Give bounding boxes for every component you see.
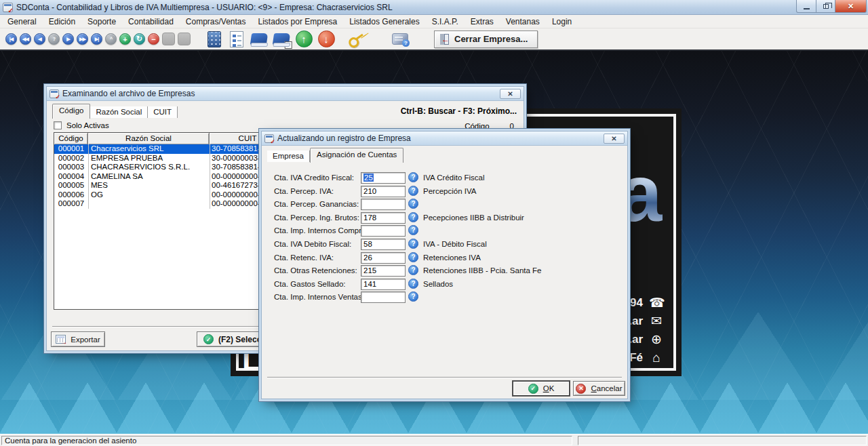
dialog-registro: Actualizando un registro de Empresa ✕ Em…: [261, 131, 628, 399]
dialog-registro-title: Actualizando un registro de Empresa: [277, 134, 411, 143]
help-icon[interactable]: ?: [408, 252, 418, 262]
locate-record-icon[interactable]: ?: [48, 33, 60, 45]
field-row-cta-otras-retenciones: Cta. Otras Retenciones:215?Retenciones I…: [262, 265, 627, 277]
menu-item-edici-n[interactable]: Edición: [43, 16, 81, 28]
help-icon[interactable]: ?: [408, 186, 418, 196]
column-header-raz-n-social[interactable]: Razón Social: [88, 133, 210, 144]
account-input-cta-gastos-sellado[interactable]: 141: [361, 279, 406, 290]
menu-item-listados-por-empresa[interactable]: Listados por Empresa: [252, 16, 344, 28]
close-button[interactable]: ✕: [835, 0, 867, 13]
first-record-icon[interactable]: |◀: [5, 33, 17, 45]
export-icon: [56, 335, 66, 344]
minimize-button[interactable]: [796, 0, 816, 13]
help-icon[interactable]: ?: [408, 291, 418, 302]
account-input-cta-percep-ing-brutos[interactable]: 178: [361, 212, 406, 224]
menu-item-compras-ventas[interactable]: Compras/Ventas: [180, 16, 252, 28]
tab-raz-n-social[interactable]: Razón Social: [90, 106, 148, 118]
solo-activas-checkbox[interactable]: [54, 121, 62, 129]
account-input-cta-iva-credito-fiscal[interactable]: 25: [361, 172, 406, 184]
delete-record-icon[interactable]: −: [148, 33, 159, 45]
dialog-empresas-title: Examinando el archivo de Empresas: [62, 89, 195, 98]
minimize-icon: [804, 7, 810, 9]
dialog-icon: [50, 89, 59, 98]
account-input-cta-imp-internos-compra[interactable]: [361, 225, 406, 237]
dialog-empresas-title-bar[interactable]: Examinando el archivo de Empresas ✕: [47, 87, 524, 101]
field-label: Cta. Percep. Ing. Brutos:: [274, 214, 359, 222]
solo-activas-row: Solo Activas: [54, 121, 109, 129]
menu-item-listados-generales[interactable]: Listados Generales: [343, 16, 425, 28]
restore-button[interactable]: [816, 0, 835, 13]
help-icon[interactable]: ?: [408, 172, 418, 182]
help-icon[interactable]: ?: [408, 212, 418, 222]
help-icon[interactable]: ?: [408, 199, 418, 209]
next-record-icon[interactable]: ▶: [62, 33, 74, 45]
prior-page-icon[interactable]: ◀◀: [20, 33, 31, 45]
upload-icon[interactable]: ↑: [295, 31, 313, 48]
field-row-cta-gastos-sellado: Cta. Gastos Sellado:141?Sellados: [262, 279, 627, 290]
help-icon[interactable]: ?: [408, 225, 418, 235]
app-window: SDConta - Contabilidad y Libros de IVA M…: [0, 0, 868, 446]
menu-item-soporte[interactable]: Soporte: [81, 16, 122, 28]
window-controls: ✕: [797, 0, 867, 13]
toolbar-icons-group: ✓↑↓: [205, 31, 414, 48]
prior-record-icon[interactable]: ◀: [34, 33, 45, 45]
cancel-button[interactable]: ✕ Cancelar: [573, 381, 625, 396]
globe-icon: ⊕: [649, 331, 664, 347]
account-input-cta-otras-retenciones[interactable]: 215: [361, 265, 406, 277]
close-company-button[interactable]: Cerrar Empresa...: [434, 31, 538, 48]
purchases-book-icon[interactable]: [250, 31, 268, 48]
account-description: Sellados: [423, 280, 453, 288]
dialog-registro-title-bar[interactable]: Actualizando un registro de Empresa ✕: [262, 131, 627, 146]
field-label: Cta. Otras Retenciones:: [274, 266, 357, 275]
select-company-label: (F2) Selecci: [218, 335, 264, 344]
account-input-cta-retenc-iva[interactable]: 26: [361, 252, 406, 264]
inactive-button-icon[interactable]: [162, 33, 175, 45]
sales-book-icon[interactable]: ✓: [273, 31, 290, 48]
ok-check-icon: ✓: [528, 384, 538, 394]
account-description: IVA - Débito Fiscal: [423, 240, 487, 248]
help-icon[interactable]: ?: [408, 279, 418, 289]
codigo-indicator: Código 0: [465, 122, 514, 130]
accounts-list-icon[interactable]: [228, 31, 245, 48]
siap-icon[interactable]: [391, 31, 409, 48]
export-button[interactable]: Exportar: [51, 331, 105, 347]
account-input-cta-percep-iva[interactable]: 210: [361, 186, 406, 197]
tab-cuit[interactable]: CUIT: [148, 106, 178, 118]
inactive-button-icon[interactable]: [178, 33, 191, 45]
tab-asignaci-n-de-cuentas[interactable]: Asignación de Cuentas: [310, 148, 403, 163]
dialog-empresas-close-button[interactable]: ✕: [500, 89, 521, 99]
account-input-cta-imp-internos-ventas[interactable]: [361, 291, 406, 303]
account-input-cta-iva-debito-fiscal[interactable]: 58: [361, 239, 406, 250]
ok-button[interactable]: ✓ OK: [513, 381, 570, 396]
edit-record-icon[interactable]: ^: [105, 33, 117, 45]
companies-icon[interactable]: [205, 31, 223, 48]
field-row-cta-imp-internos-compra: Cta. Imp. Internos Compra:?: [262, 225, 627, 237]
registro-tabs: EmpresaAsignación de Cuentas: [267, 148, 403, 163]
menu-item-general[interactable]: General: [1, 16, 43, 28]
refresh-icon[interactable]: ↻: [134, 33, 145, 45]
tab-empresa[interactable]: Empresa: [267, 150, 310, 162]
field-row-cta-iva-debito-fiscal: Cta. IVA Debito Fiscal:58?IVA - Débito F…: [262, 239, 627, 250]
title-bar: SDConta - Contabilidad y Libros de IVA M…: [0, 0, 868, 15]
help-icon[interactable]: ?: [408, 265, 418, 275]
menu-item-extras[interactable]: Extras: [465, 16, 500, 28]
menu-item-ventanas[interactable]: Ventanas: [500, 16, 546, 28]
next-page-icon[interactable]: ▶▶: [77, 33, 88, 45]
menu-item-s-i-a-p[interactable]: S.I.A.P.: [426, 16, 465, 28]
last-record-icon[interactable]: ▶|: [91, 33, 102, 45]
selected-text: 25: [363, 174, 374, 182]
menu-item-contabilidad[interactable]: Contabilidad: [122, 16, 180, 28]
dialog-registro-close-button[interactable]: ✕: [604, 134, 625, 144]
status-secondary: [578, 436, 867, 445]
dialog-icon: [264, 134, 274, 143]
access-key-icon[interactable]: [347, 31, 364, 48]
column-header-c-digo[interactable]: Código: [54, 133, 88, 144]
help-icon[interactable]: ?: [408, 239, 418, 249]
tab-c-digo[interactable]: Código: [52, 104, 90, 119]
insert-record-icon[interactable]: +: [119, 33, 131, 45]
account-input-cta-percep-ganancias[interactable]: [361, 199, 406, 210]
cell-raz-n-social: MES: [88, 181, 210, 190]
download-icon[interactable]: ↓: [317, 31, 335, 48]
menu-item-login[interactable]: Login: [546, 16, 578, 28]
menu-bar: GeneralEdiciónSoporteContabilidadCompras…: [0, 15, 868, 28]
